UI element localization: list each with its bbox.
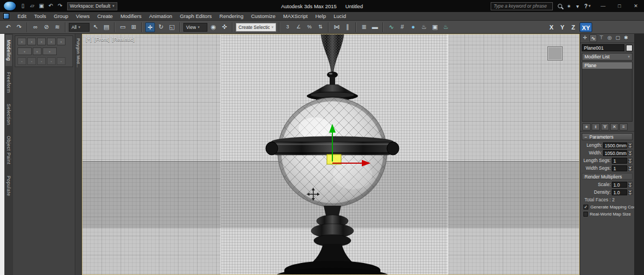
- align-icon[interactable]: ∥: [343, 22, 353, 32]
- spinner-down-icon[interactable]: ▾: [628, 145, 633, 148]
- tab-display[interactable]: ▢: [614, 34, 622, 42]
- width-segs-spinner[interactable]: ▴ ▾: [628, 165, 633, 171]
- generate-mapping-checkbox[interactable]: ✓: [583, 205, 588, 210]
- length-segs-field[interactable]: 1: [612, 158, 627, 164]
- ribbon-tab-object-paint[interactable]: Object Paint: [5, 131, 12, 169]
- mirror-icon[interactable]: ⋈: [332, 22, 342, 32]
- communication-center-icon[interactable]: ▾: [573, 2, 582, 10]
- maximize-button[interactable]: □: [611, 0, 628, 12]
- selection-filter-combo[interactable]: All ▾: [69, 23, 90, 32]
- viewport-shading-menu[interactable]: [Realistic]: [112, 36, 134, 42]
- modifier-stack[interactable]: Plane: [582, 62, 633, 122]
- help-button[interactable]: ? ▾: [584, 3, 591, 9]
- search-icon[interactable]: [556, 2, 564, 10]
- curve-editor-icon[interactable]: ∿: [386, 22, 396, 32]
- ribbon-tool-icon[interactable]: ▫: [47, 57, 56, 65]
- real-world-map-checkbox[interactable]: [583, 212, 588, 217]
- object-color-swatch[interactable]: [626, 45, 633, 51]
- select-and-manipulate-icon[interactable]: ✜: [219, 22, 229, 32]
- ribbon-tab-populate[interactable]: Populate: [5, 171, 12, 201]
- select-and-rotate-icon[interactable]: ↻: [156, 22, 166, 32]
- tab-hierarchy[interactable]: ⊤: [598, 34, 605, 42]
- use-pivot-center-icon[interactable]: ◉: [208, 22, 218, 32]
- modifier-list-dropdown[interactable]: Modifier List ▾: [582, 53, 633, 61]
- close-button[interactable]: ✕: [628, 0, 644, 12]
- make-unique-icon[interactable]: ∀: [601, 123, 609, 130]
- ribbon-tab-freeform[interactable]: Freeform: [5, 67, 12, 98]
- tab-create[interactable]: ✛: [581, 34, 589, 42]
- tab-modify[interactable]: ∿: [589, 34, 597, 42]
- ribbon-tool-icon[interactable]: ▫: [27, 57, 36, 65]
- remove-modifier-icon[interactable]: ✕: [610, 123, 618, 130]
- spinner-snap-icon[interactable]: ⇅: [315, 22, 325, 32]
- open-file-icon[interactable]: ▱: [28, 2, 36, 10]
- new-file-icon[interactable]: ▯: [19, 2, 27, 10]
- ribbon-tab-selection[interactable]: Selection: [5, 99, 12, 130]
- bind-to-spacewarp-icon[interactable]: ≋: [52, 22, 62, 32]
- scene-object[interactable]: [241, 34, 426, 275]
- named-selection-sets-combo[interactable]: Create Selection ▾: [236, 23, 276, 32]
- max-logo[interactable]: [3, 1, 16, 11]
- minimize-button[interactable]: —: [595, 0, 611, 12]
- ribbon-tab-modeling[interactable]: Modeling: [5, 35, 12, 66]
- width-segs-field[interactable]: 1: [612, 165, 627, 171]
- density-spinner[interactable]: ▴ ▾: [628, 189, 633, 195]
- width-spinner[interactable]: ▴ ▾: [628, 150, 633, 156]
- select-and-scale-icon[interactable]: ◱: [167, 22, 177, 32]
- axis-y-button[interactable]: Y: [558, 22, 567, 32]
- viewcube[interactable]: [547, 46, 563, 61]
- scale-spinner[interactable]: ▴ ▾: [628, 182, 633, 187]
- infocenter-search[interactable]: [491, 2, 553, 10]
- viewport-general-menu[interactable]: [+]: [86, 36, 92, 42]
- select-and-move-icon[interactable]: ✛: [145, 22, 155, 32]
- modify-mode-icon[interactable]: ▫: [17, 47, 32, 55]
- favorites-icon[interactable]: ✶: [564, 2, 573, 10]
- redo-icon[interactable]: ↷: [56, 2, 64, 10]
- layer-manager-icon[interactable]: ≣: [359, 22, 369, 32]
- tab-utilities[interactable]: ✱: [622, 34, 630, 42]
- density-field[interactable]: 1.0: [612, 189, 627, 195]
- menu-edit[interactable]: Edit: [14, 12, 30, 21]
- percent-snap-icon[interactable]: %: [305, 22, 314, 32]
- stack-item-plane[interactable]: Plane: [582, 62, 632, 69]
- border-mode-icon[interactable]: ▫: [37, 38, 46, 45]
- render-production-icon[interactable]: ♨: [441, 22, 451, 32]
- ribbon-tool-icon[interactable]: ▫: [37, 57, 46, 65]
- menu-graph-editors[interactable]: Graph Editors: [176, 12, 216, 21]
- ribbon-tool-icon[interactable]: ▫: [57, 57, 65, 65]
- select-by-name-icon[interactable]: ▤: [102, 22, 111, 32]
- spinner-down-icon[interactable]: ▾: [628, 184, 633, 187]
- menu-rendering[interactable]: Rendering: [216, 12, 247, 21]
- use-soft-selection-icon[interactable]: ▫: [43, 47, 57, 55]
- parameters-rollout-header[interactable]: − Parameters: [582, 133, 633, 140]
- rectangular-selection-region-icon[interactable]: ▭: [118, 22, 128, 32]
- polygon-mode-icon[interactable]: ▫: [47, 38, 56, 45]
- tweak-icon[interactable]: ▫: [33, 47, 41, 55]
- ribbon-tool-icon[interactable]: ▫: [17, 57, 26, 65]
- reference-coordinate-system-combo[interactable]: View ▾: [183, 23, 207, 32]
- select-object-icon[interactable]: ↖: [91, 22, 100, 32]
- render-setup-icon[interactable]: ♨: [419, 22, 429, 32]
- axis-z-button[interactable]: Z: [569, 22, 577, 32]
- menu-modifiers[interactable]: Modifiers: [117, 12, 146, 21]
- ribbon-toggle-icon[interactable]: ▬: [370, 22, 380, 32]
- viewport-pov-menu[interactable]: [Front]: [94, 36, 109, 42]
- scale-field[interactable]: 1.0: [612, 182, 627, 188]
- spinner-down-icon[interactable]: ▾: [628, 153, 633, 156]
- spinner-down-icon[interactable]: ▾: [628, 192, 633, 195]
- unlink-selection-icon[interactable]: ⊘: [41, 22, 51, 32]
- redo-scene-icon[interactable]: ↷: [14, 22, 24, 32]
- length-spinner[interactable]: ▴ ▾: [628, 142, 633, 148]
- collapsed-ribbon-strip[interactable]: Polygon Mod...: [75, 34, 82, 275]
- show-end-result-icon[interactable]: ‖: [592, 123, 600, 130]
- edge-mode-icon[interactable]: ▫: [27, 38, 36, 45]
- material-editor-icon[interactable]: ●: [408, 22, 418, 32]
- length-segs-spinner[interactable]: ▴ ▾: [628, 158, 633, 163]
- angle-snap-icon[interactable]: ∠: [294, 22, 303, 32]
- menu-create[interactable]: Create: [93, 12, 117, 21]
- pin-stack-icon[interactable]: ∗: [582, 123, 591, 130]
- axis-x-button[interactable]: X: [547, 22, 556, 32]
- menu-views[interactable]: Views: [72, 12, 93, 21]
- tab-motion[interactable]: ◎: [606, 34, 613, 42]
- workspace-selector[interactable]: Workspace: Default ▾: [67, 2, 117, 10]
